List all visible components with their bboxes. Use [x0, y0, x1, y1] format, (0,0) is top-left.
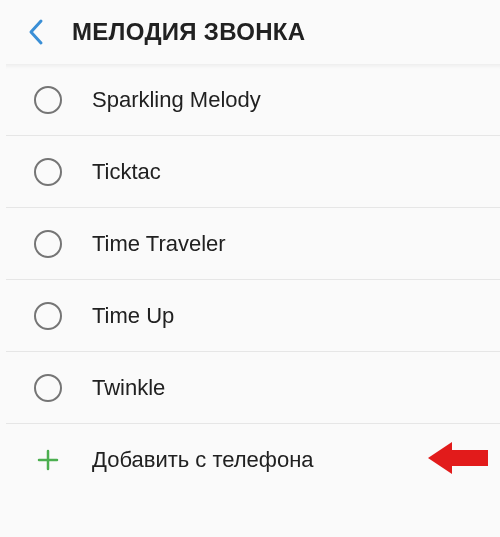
ringtone-item[interactable]: Time Up: [6, 280, 500, 352]
radio-icon[interactable]: [34, 86, 62, 114]
ringtone-item[interactable]: Sparkling Melody: [6, 64, 500, 136]
radio-icon[interactable]: [34, 158, 62, 186]
header: МЕЛОДИЯ ЗВОНКА: [0, 0, 500, 64]
ringtone-label: Time Traveler: [92, 231, 226, 257]
radio-icon[interactable]: [34, 302, 62, 330]
radio-icon[interactable]: [34, 230, 62, 258]
radio-icon[interactable]: [34, 374, 62, 402]
ringtone-label: Ticktac: [92, 159, 161, 185]
ringtone-item[interactable]: Ticktac: [6, 136, 500, 208]
svg-marker-2: [428, 442, 488, 474]
ringtone-list: Sparkling Melody Ticktac Time Traveler T…: [0, 64, 500, 496]
ringtone-label: Time Up: [92, 303, 174, 329]
ringtone-item[interactable]: Time Traveler: [6, 208, 500, 280]
annotation-arrow-icon: [428, 440, 488, 480]
plus-icon: [34, 446, 62, 474]
back-button[interactable]: [16, 12, 56, 52]
chevron-left-icon: [27, 18, 45, 46]
add-from-phone-label: Добавить с телефона: [92, 447, 314, 473]
add-from-phone[interactable]: Добавить с телефона: [6, 424, 500, 496]
ringtone-label: Sparkling Melody: [92, 87, 261, 113]
page-title: МЕЛОДИЯ ЗВОНКА: [72, 18, 305, 46]
ringtone-item[interactable]: Twinkle: [6, 352, 500, 424]
ringtone-label: Twinkle: [92, 375, 165, 401]
